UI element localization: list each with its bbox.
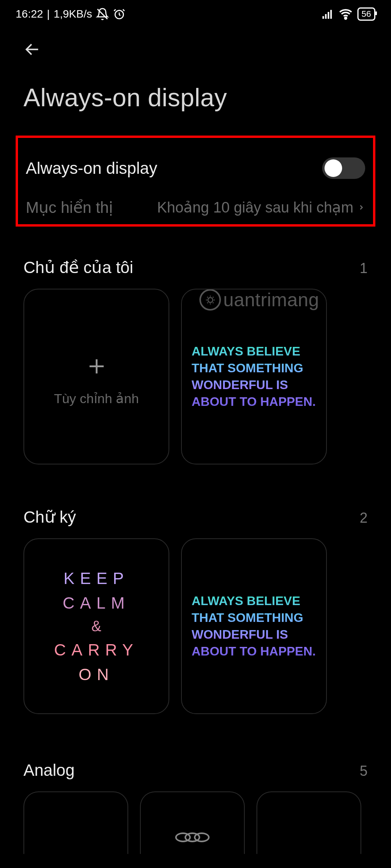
section-analog: Analog 5 [0,761,391,854]
signal-icon [321,8,334,20]
display-items-value: Khoảng 10 giây sau khi chạm [157,199,353,216]
section-my-themes: Chủ đề của tôi 1 ＋ Tùy chỉnh ảnh ALWAYS … [0,258,391,464]
card-quote-text-2: ALWAYS BELIEVE THAT SOMETHING WONDERFUL … [182,593,326,660]
display-items-row[interactable]: Mục hiển thị Khoảng 10 giây sau khi chạm [26,191,365,216]
svg-rect-5 [330,10,332,19]
svg-rect-2 [322,16,324,19]
section-title-analog: Analog [23,761,75,780]
display-items-label: Mục hiển thị [26,198,113,216]
section-title-mythemes: Chủ đề của tôi [23,258,133,277]
section-count-mythemes: 1 [360,260,368,277]
card-signature-quote[interactable]: ALWAYS BELIEVE THAT SOMETHING WONDERFUL … [181,538,327,714]
svg-point-6 [344,17,346,19]
plus-icon: ＋ [83,347,110,384]
status-bar: 16:22 | 1,9KB/s 56 [0,0,391,21]
alarm-icon [113,8,126,20]
aod-toggle-row[interactable]: Always-on display [26,146,365,191]
svg-rect-4 [328,12,329,19]
card-theme-quote[interactable]: ALWAYS BELIEVE THAT SOMETHING WONDERFUL … [181,289,327,464]
section-signature: Chữ ký 2 KEEP CALM & CARRY ON ALWAYS BEL… [0,507,391,714]
battery-icon: 56 [357,7,375,21]
aod-toggle-label: Always-on display [26,159,157,178]
section-count-signature: 2 [360,510,368,526]
chevron-right-icon [357,201,365,214]
card-keep-calm[interactable]: KEEP CALM & CARRY ON [23,538,169,714]
card-add-label: Tùy chỉnh ảnh [54,391,139,406]
aod-toggle-switch[interactable] [322,157,365,179]
analog-card-2[interactable] [140,791,245,854]
keep-calm-text: KEEP CALM & CARRY ON [54,566,138,687]
wifi-icon [339,7,353,21]
dnd-icon [96,7,109,21]
analog-card-1[interactable] [23,791,128,854]
svg-rect-3 [325,14,326,19]
card-quote-text: ALWAYS BELIEVE THAT SOMETHING WONDERFUL … [182,343,326,411]
analog-card-3[interactable] [256,791,361,854]
page-title: Always-on display [0,68,391,124]
status-speed: 1,9KB/s [54,8,92,20]
section-title-signature: Chữ ký [23,507,76,527]
rings-icon [175,832,210,842]
back-button[interactable] [23,53,41,59]
aod-settings-group: Always-on display Mục hiển thị Khoảng 10… [16,136,375,227]
section-count-analog: 5 [360,763,368,779]
card-customize-image[interactable]: ＋ Tùy chỉnh ảnh [23,289,169,464]
status-time: 16:22 [16,8,43,20]
